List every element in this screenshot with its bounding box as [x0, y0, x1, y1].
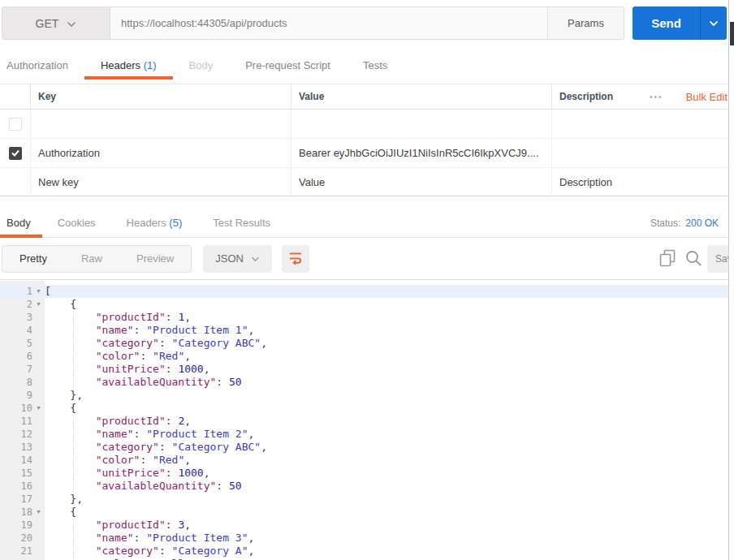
chevron-down-icon: [251, 252, 260, 265]
response-body-editor[interactable]: 1▾[2▾ {3 "productId": 1,4 "name": "Produ…: [0, 281, 728, 560]
table-row: AuthorizationBearer eyJhbGciOiJIUzI1NiIs…: [0, 139, 734, 168]
search-icon: [684, 249, 702, 269]
line-number: 8: [0, 376, 32, 389]
code-text: "unitPrice": 1000,: [45, 467, 210, 480]
send-button[interactable]: Send: [633, 6, 700, 40]
line-number: 18: [0, 506, 32, 519]
http-method-dropdown[interactable]: GET: [2, 7, 110, 39]
fold-spacer: [32, 519, 45, 532]
tab-headers[interactable]: Headers (1): [84, 52, 173, 80]
fold-spacer: [32, 467, 45, 480]
checkbox-unchecked[interactable]: [9, 118, 22, 131]
line-number: 4: [0, 324, 32, 337]
wrap-text-icon: [288, 250, 303, 267]
row-key-cell[interactable]: [30, 110, 291, 138]
request-url-bar: GET https://localhost:44305/api/products…: [2, 6, 624, 40]
code-line: 17 },: [0, 493, 728, 506]
line-number: 20: [0, 532, 32, 545]
status-label: Status:: [650, 218, 680, 229]
copy-response-button[interactable]: [659, 249, 676, 269]
tab-cookies[interactable]: Cookies: [42, 208, 111, 238]
new-key-input[interactable]: New key: [30, 168, 291, 196]
tab-label: Cookies: [58, 217, 96, 229]
view-mode-switch: PrettyRawPreview: [2, 245, 192, 273]
fold-spacer: [32, 389, 45, 402]
line-number: 17: [0, 493, 32, 506]
view-mode-pretty[interactable]: Pretty: [2, 246, 64, 272]
line-number: 11: [0, 415, 32, 428]
line-number: 14: [0, 454, 32, 467]
code-line: 15 "unitPrice": 1000,: [0, 467, 728, 480]
line-number: 16: [0, 480, 32, 493]
fold-spacer: [32, 376, 45, 389]
fold-spacer: [32, 545, 45, 558]
new-value-input[interactable]: Value: [291, 168, 551, 196]
view-mode-raw[interactable]: Raw: [64, 246, 119, 272]
params-button[interactable]: Params: [547, 7, 624, 39]
headers-table-header: Key Value Description ••• Bulk Edit: [0, 84, 734, 110]
code-line: 6 "color": "Red",: [0, 350, 728, 363]
row-description-cell[interactable]: [551, 139, 734, 167]
code-text: "availableQuantity": 50: [45, 376, 242, 389]
request-tabs: AuthorizationHeaders (1)BodyPre-request …: [0, 52, 404, 80]
fold-spacer: [32, 454, 45, 467]
tab-test-results[interactable]: Test Results: [197, 208, 286, 238]
row-checkbox-cell: [0, 110, 30, 138]
response-tabs: BodyCookiesHeaders (5)Test Results: [0, 208, 734, 238]
code-line: 14 "color": "Red",: [0, 454, 728, 467]
bulk-edit-button[interactable]: Bulk Edit: [686, 84, 728, 110]
tab-body[interactable]: Body: [0, 208, 42, 238]
new-description-input[interactable]: Description: [551, 168, 734, 196]
tab-body[interactable]: Body: [173, 52, 230, 80]
check-icon: [11, 147, 19, 159]
search-response-button[interactable]: [684, 249, 702, 269]
row-checkbox-cell: [0, 168, 30, 196]
tab-headers[interactable]: Headers (5): [111, 208, 198, 238]
status-code-badge[interactable]: 200 OK: [685, 218, 719, 229]
code-text: },: [45, 389, 83, 402]
line-number: 6: [0, 350, 32, 363]
fold-toggle-icon[interactable]: ▾: [32, 298, 45, 311]
send-button-group: Send: [633, 6, 727, 40]
tab-label: Body: [6, 217, 31, 229]
fold-spacer: [32, 337, 45, 350]
url-input[interactable]: https://localhost:44305/api/products: [110, 7, 547, 39]
response-toolbar: PrettyRawPreview JSON: [0, 238, 734, 280]
row-value-cell[interactable]: Bearer eyJhbGciOiJIUzI1NiIsInR5cCI6IkpXV…: [291, 139, 551, 167]
code-text: "unitPrice": 1000,: [45, 363, 210, 376]
code-text: "productId": 1,: [45, 311, 191, 324]
tab-tests[interactable]: Tests: [347, 52, 404, 80]
fold-toggle-icon[interactable]: ▾: [32, 402, 45, 415]
code-line: 1▾[: [0, 285, 728, 298]
fold-toggle-icon[interactable]: ▾: [32, 285, 45, 298]
panel-right-edge: [728, 0, 734, 560]
format-dropdown[interactable]: JSON: [203, 245, 272, 273]
tab-authorization[interactable]: Authorization: [0, 52, 84, 80]
send-options-caret[interactable]: [700, 6, 727, 40]
row-description-cell[interactable]: [551, 110, 734, 138]
code-line: 10▾ {: [0, 402, 728, 415]
chevron-down-icon: [709, 17, 719, 29]
fold-toggle-icon[interactable]: ▾: [32, 506, 45, 519]
wrap-text-button[interactable]: [282, 245, 309, 273]
code-text: "name": "Product Item 3",: [45, 532, 254, 545]
code-line: 20 "name": "Product Item 3",: [0, 532, 728, 545]
code-text: "productId": 2,: [45, 415, 191, 428]
select-all-column: [0, 84, 30, 109]
code-line: 3 "productId": 1,: [0, 311, 728, 324]
copy-icon: [659, 249, 676, 269]
checkbox-checked[interactable]: [9, 147, 22, 160]
code-line: 9 },: [0, 389, 728, 402]
code-line: 11 "productId": 2,: [0, 415, 728, 428]
code-text: "name": "Product Item 1",: [45, 324, 254, 337]
row-key-cell[interactable]: Authorization: [30, 139, 291, 167]
row-value-cell[interactable]: [291, 110, 551, 138]
line-number: 3: [0, 311, 32, 324]
url-text: https://localhost:44305/api/products: [121, 17, 287, 29]
tab-label: Headers: [127, 217, 166, 229]
tab-pre-request-script[interactable]: Pre-request Script: [229, 52, 347, 80]
table-row-new: New keyValueDescription: [0, 168, 734, 196]
table-options-menu[interactable]: •••: [650, 84, 663, 110]
view-mode-preview[interactable]: Preview: [119, 246, 191, 272]
line-number: 2: [0, 298, 32, 311]
